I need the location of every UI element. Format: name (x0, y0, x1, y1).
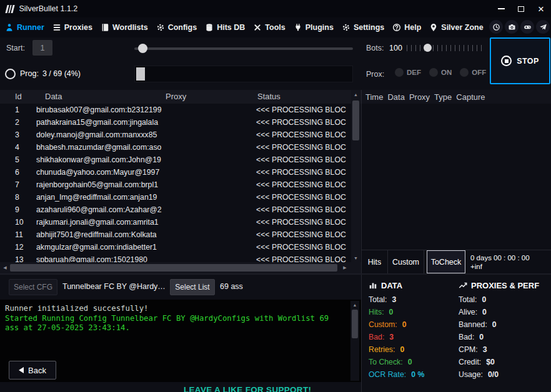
tab-configs[interactable]: Configs (156, 23, 197, 32)
tab-wordlists[interactable]: Wordlists (101, 23, 148, 32)
stat-value: 0 (479, 331, 484, 343)
back-button[interactable]: Back (9, 361, 56, 380)
stop-button[interactable]: STOP (490, 37, 550, 84)
cell-status: <<< PROCESSING BLOC (256, 104, 351, 116)
scroll-up-icon[interactable]: ▲ (351, 90, 360, 99)
table-row[interactable]: 12akmgulzar@gmail.com:indiabetter1<<< PR… (0, 241, 351, 253)
tab-tocheck[interactable]: ToCheck (427, 250, 465, 273)
tab-runner[interactable]: Runner (5, 23, 44, 32)
prox-option-def[interactable]: DEF (395, 68, 421, 77)
stat-value: 3 (389, 331, 394, 343)
results-vertical-scrollbar[interactable]: ▲ ▼ (351, 90, 360, 262)
proxy-stats-title: PROXIES & PERF (471, 281, 539, 290)
tab-custom[interactable]: Custom (388, 250, 424, 273)
stat-value: 0 (389, 306, 394, 318)
table-row[interactable]: 13spbaruah@gmail.com:15021980<<< PROCESS… (0, 253, 351, 262)
stat-item: CPM:3 (459, 343, 550, 356)
prox-option-off[interactable]: OFF (460, 68, 486, 77)
close-button[interactable] (531, 0, 551, 17)
table-row[interactable]: 1birubasak007@gmail.com:b2312199<<< PROC… (0, 104, 351, 116)
stat-label: Banned: (459, 318, 487, 331)
start-slider-track[interactable] (134, 47, 353, 50)
stop-button-label: STOP (517, 57, 539, 66)
vertical-scroll-thumb[interactable] (352, 100, 359, 140)
app-window: SilverBullet 1.1.2 Runner Proxies Wordli… (0, 0, 551, 392)
gamepad-button[interactable] (520, 20, 534, 34)
window-title: SilverBullet 1.1.2 (19, 4, 78, 13)
scroll-up-icon[interactable]: ▲ (350, 301, 359, 308)
hits-tab-bar: Hits Custom ToCheck 0 days 00 : 00 : 00 … (362, 250, 551, 273)
tab-settings[interactable]: Settings (342, 23, 384, 32)
proxy-stats-header: PROXIES & PERF (459, 279, 550, 292)
table-row[interactable]: 3doley.manoj@gmail.com:manxxx85<<< PROCE… (0, 129, 351, 141)
minimize-button[interactable] (491, 0, 511, 17)
stat-item: Hits:0 (369, 306, 456, 318)
stat-label: To Check: (369, 356, 403, 368)
scroll-left-icon[interactable]: ◀ (0, 262, 10, 273)
table-row[interactable]: 2pathakraina15@gmail.com:jingalala<<< PR… (0, 116, 351, 129)
cell-data: rajkumari.jonali@gmail.com:amrita1 (36, 216, 164, 228)
select-cfg-button[interactable]: Select CFG (9, 279, 57, 295)
stat-value: 0 (492, 318, 497, 331)
tab-silver-zone[interactable]: Silver Zone (429, 23, 483, 32)
stat-value: 0 (408, 356, 412, 368)
start-slider-thumb[interactable] (138, 44, 147, 53)
screenshot-button[interactable] (505, 20, 519, 34)
horizontal-scroll-thumb[interactable] (10, 264, 337, 272)
prox-option-on[interactable]: ON (429, 68, 452, 77)
cell-data: spbaruah@gmail.com:15021980 (36, 253, 164, 262)
stat-label: Alive: (459, 306, 477, 318)
log-scroll-thumb[interactable] (352, 310, 358, 338)
tab-proxies[interactable]: Proxies (52, 23, 92, 32)
column-header-time: Time (365, 92, 383, 102)
cell-id: 2 (15, 116, 34, 129)
results-horizontal-scrollbar[interactable]: ◀ ▶ (0, 262, 361, 273)
column-header-type: Type (434, 92, 452, 102)
stat-label: Retries: (369, 343, 395, 356)
stat-item: Retries:0 (369, 343, 456, 356)
scroll-right-icon[interactable]: ▶ (340, 262, 350, 273)
cell-data: rajenborgohain05@gmail.com:brpl1 (36, 179, 164, 191)
stat-item: Banned:0 (459, 318, 550, 331)
telegram-button[interactable] (536, 20, 550, 34)
tab-plugins[interactable]: Plugins (294, 23, 334, 32)
cell-id: 6 (15, 166, 34, 179)
start-slider[interactable] (134, 44, 353, 53)
select-list-button[interactable]: Select List (170, 279, 215, 295)
stat-item: Alive:0 (459, 306, 550, 318)
history-button[interactable] (489, 20, 503, 34)
cell-id: 13 (15, 253, 34, 262)
proxies-icon (52, 23, 61, 32)
cell-status: <<< PROCESSING BLOC (256, 166, 351, 179)
log-scrollbar[interactable]: ▲ (350, 301, 359, 381)
table-row[interactable]: 11abhijit7501@rediffmail.com:Kolkata<<< … (0, 228, 351, 241)
column-header-proxy: Proxy (409, 92, 430, 102)
tab-help[interactable]: Help (392, 23, 421, 32)
table-row[interactable]: 4bhabesh.mazumdar@gmail.com:aso<<< PROCE… (0, 141, 351, 154)
stat-value: 0 (400, 343, 404, 356)
cell-status: <<< PROCESSING BLOC (256, 228, 351, 241)
cell-data: akmgulzar@gmail.com:indiabetter1 (36, 241, 164, 253)
maximize-button[interactable] (511, 0, 531, 17)
table-row[interactable]: 6chunuda@yahoo.com:Mayur@1997<<< PROCESS… (0, 166, 351, 179)
cell-status: <<< PROCESSING BLOC (256, 179, 351, 191)
scroll-down-icon[interactable]: ▼ (351, 253, 360, 262)
table-row[interactable]: 5shikhakonwar@gmail.com:John@19<<< PROCE… (0, 154, 351, 166)
bots-slider-thumb[interactable] (424, 44, 432, 52)
start-input[interactable] (32, 40, 52, 56)
stat-label: Credit: (459, 356, 481, 368)
tab-hits[interactable]: Hits (362, 250, 388, 273)
proxy-stats-section: PROXIES & PERF Total:0Alive:0Banned:0Bad… (459, 279, 550, 381)
table-row[interactable]: 10rajkumari.jonali@gmail.com:amrita1<<< … (0, 216, 351, 228)
tab-tools[interactable]: Tools (253, 23, 285, 32)
bots-slider[interactable] (407, 45, 482, 51)
cell-proxy (166, 179, 253, 191)
table-row[interactable]: 8anjan_Img@rediffmail.com:anjan19<<< PRO… (0, 191, 351, 203)
tab-hits-db[interactable]: Hits DB (205, 23, 245, 32)
cell-proxy (166, 216, 253, 228)
stat-label: Total: (369, 293, 387, 306)
stat-value: 3 (392, 293, 396, 306)
table-row[interactable]: 7rajenborgohain05@gmail.com:brpl1<<< PRO… (0, 179, 351, 191)
tab-label: Silver Zone (441, 23, 483, 32)
table-row[interactable]: 9azaharuli960@gmail.com:Azahar@2<<< PROC… (0, 203, 351, 216)
